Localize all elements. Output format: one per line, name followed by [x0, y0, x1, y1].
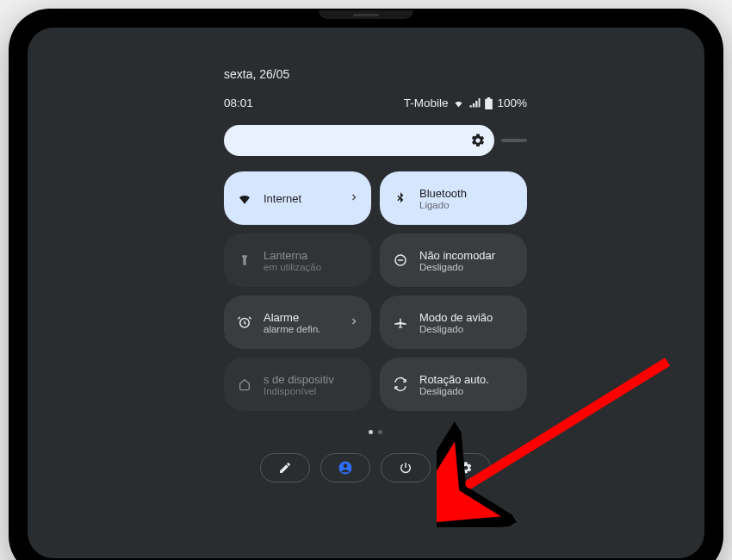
tile-devices[interactable]: s de dispositiv Indisponível: [224, 358, 371, 411]
tile-sublabel: Desligado: [419, 386, 515, 396]
carrier-label: T-Mobile: [404, 96, 449, 109]
battery-label: 100%: [497, 96, 527, 109]
quick-tiles-grid: Internet Bluetooth Ligado: [224, 171, 527, 411]
tile-flashlight[interactable]: Lanterna em utilização: [224, 233, 371, 287]
tile-dnd[interactable]: Não incomodar Desligado: [380, 233, 527, 287]
power-button[interactable]: [381, 453, 431, 482]
device-notch: [319, 10, 413, 19]
battery-icon: [485, 97, 493, 109]
status-icons: T-Mobile 100%: [404, 96, 527, 109]
tile-sublabel: Ligado: [419, 200, 515, 210]
tile-alarm[interactable]: Alarme alarme defin.: [224, 296, 371, 349]
tile-sublabel: Desligado: [419, 262, 515, 272]
tile-sublabel: alarme defin.: [264, 324, 338, 334]
quick-settings-panel: sexta, 26/05 08:01 T-Mobile 100%: [224, 67, 527, 482]
tile-internet[interactable]: Internet: [224, 171, 371, 225]
alarm-icon: [236, 314, 253, 330]
bluetooth-icon: [392, 191, 409, 205]
footer-actions: [224, 453, 527, 482]
tablet-frame: sexta, 26/05 08:01 T-Mobile 100%: [9, 9, 723, 560]
pencil-icon: [278, 461, 292, 475]
wifi-icon: [236, 190, 253, 206]
tile-label: Lanterna: [264, 249, 359, 262]
clock-label: 08:01: [224, 96, 253, 109]
dnd-icon: [392, 252, 409, 268]
tile-label: s de dispositiv: [264, 373, 359, 386]
rotation-icon: [392, 376, 409, 392]
page-dot-active: [369, 430, 373, 434]
tile-label: Internet: [264, 192, 338, 205]
settings-button[interactable]: [441, 453, 491, 482]
brightness-slider[interactable]: [224, 125, 494, 156]
brightness-settings-icon[interactable]: [470, 133, 486, 148]
tile-sublabel: em utilização: [264, 262, 359, 272]
date-label: sexta, 26/05: [224, 67, 527, 81]
tile-bluetooth[interactable]: Bluetooth Ligado: [380, 171, 527, 225]
status-bar: 08:01 T-Mobile 100%: [224, 96, 527, 109]
wifi-icon: [452, 98, 465, 109]
power-icon: [399, 461, 413, 475]
airplane-icon: [392, 314, 409, 330]
gear-icon: [459, 461, 473, 475]
brightness-slider-row: [224, 125, 527, 156]
home-icon: [236, 377, 253, 391]
page-dot: [378, 430, 382, 434]
svg-point-4: [344, 464, 348, 468]
screen: sexta, 26/05 08:01 T-Mobile 100%: [28, 28, 704, 558]
chevron-right-icon: [349, 314, 359, 330]
flashlight-icon: [236, 253, 253, 267]
tile-label: Modo de avião: [419, 311, 515, 324]
tile-label: Não incomodar: [419, 249, 515, 262]
avatar-icon: [338, 460, 353, 476]
tile-sublabel: Indisponível: [264, 386, 359, 396]
page-indicator: [224, 430, 527, 434]
signal-icon: [469, 98, 481, 109]
chevron-right-icon: [349, 190, 359, 206]
tile-label: Rotação auto.: [419, 373, 515, 386]
brightness-remaining: [501, 139, 527, 142]
user-button[interactable]: [320, 453, 370, 482]
tile-sublabel: Desligado: [419, 324, 515, 334]
tile-label: Bluetooth: [419, 187, 515, 200]
tile-rotation[interactable]: Rotação auto. Desligado: [380, 358, 527, 411]
tile-label: Alarme: [264, 311, 338, 324]
tile-airplane[interactable]: Modo de avião Desligado: [380, 296, 527, 349]
edit-button[interactable]: [260, 453, 310, 482]
